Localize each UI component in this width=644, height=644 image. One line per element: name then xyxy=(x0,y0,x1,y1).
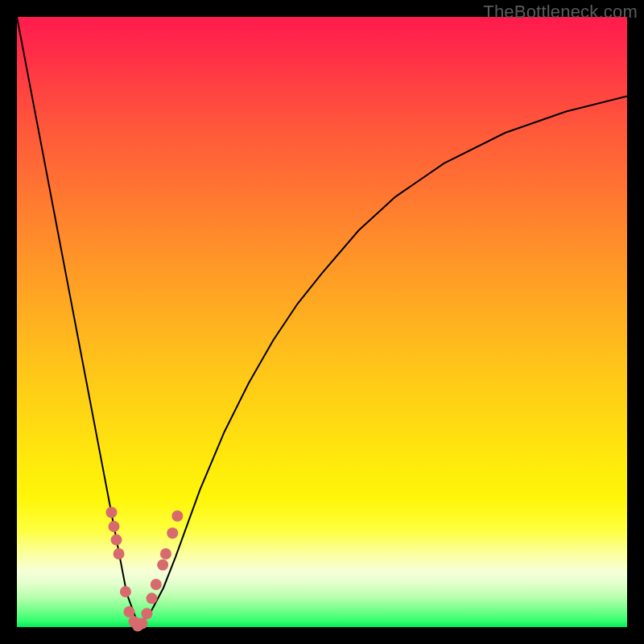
watermark-text: TheBottleneck.com xyxy=(483,2,638,23)
data-marker xyxy=(171,510,183,522)
data-marker xyxy=(123,606,134,617)
data-marker xyxy=(109,521,120,532)
data-marker xyxy=(160,548,171,559)
bottleneck-curve xyxy=(17,17,627,626)
data-marker xyxy=(167,527,178,539)
data-marker xyxy=(111,535,122,546)
data-marker xyxy=(147,592,158,604)
data-marker xyxy=(114,548,125,559)
chart-area xyxy=(17,17,627,627)
data-marker xyxy=(141,608,152,619)
data-marker xyxy=(151,579,162,590)
data-marker xyxy=(136,617,147,629)
data-marker xyxy=(157,559,168,571)
data-marker xyxy=(105,507,117,518)
bottleneck-plot-svg xyxy=(17,17,627,627)
data-marker xyxy=(120,586,131,597)
